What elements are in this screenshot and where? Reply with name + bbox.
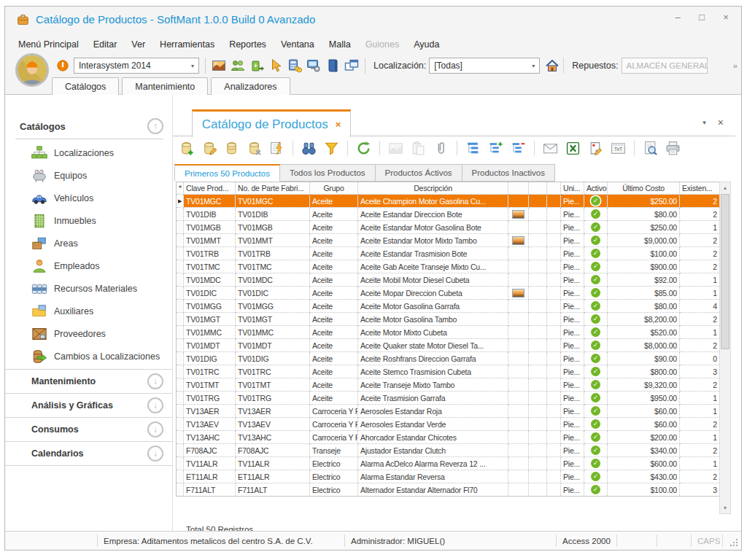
edit-note-icon[interactable] (587, 139, 605, 158)
tab-catalogo-de-productos[interactable]: Catálogo de Productos × (192, 109, 351, 137)
sidebar-item-empleados[interactable]: Empleados (5, 254, 172, 277)
profile-combo[interactable]: Interasystem 2014 ▾ (74, 58, 199, 74)
column-header-ind[interactable]: * (177, 182, 184, 195)
table-row[interactable]: TV01DIGTV01DIGAceiteAceite Roshfrans Dir… (177, 352, 720, 365)
search-binoculars-icon[interactable] (300, 139, 318, 158)
table-row[interactable]: TV01MMTTV01MMTAceiteAceite Estandar Moto… (177, 234, 720, 247)
table-row[interactable]: TV01TMCTV01TMCAceiteAceite Gab Aceite Tr… (177, 260, 720, 273)
sidebar-section-analisis-y-graficas[interactable]: Análisis y Gráficas↓ (5, 394, 172, 418)
column-header-costo[interactable]: Último Costo (608, 182, 680, 195)
table-row[interactable]: TV01DICTV01DICAceiteAceite Mopar Direcci… (177, 287, 720, 300)
print-preview-icon[interactable] (641, 139, 659, 158)
table-row[interactable]: TV01MGTTV01MGTAceiteAceite Motor Gasolin… (177, 313, 720, 326)
users-icon[interactable] (228, 57, 247, 74)
tab-mantenimiento[interactable]: Mantenimiento (122, 77, 208, 95)
repuestos-field[interactable]: ALMACÉN GENERAL (622, 58, 708, 74)
inventory-icon[interactable] (247, 57, 266, 74)
scroll-down-icon[interactable]: ▼ (720, 502, 730, 513)
monitor-settings-icon[interactable] (304, 57, 323, 74)
close-button[interactable]: × (721, 12, 731, 23)
table-row[interactable]: TV01MDTTV01MDTAceiteAceite Quaker state … (177, 339, 720, 352)
tab-list-dropdown-icon[interactable]: ▾ (703, 119, 706, 126)
sidebar-item-equipos[interactable]: Equipos (5, 164, 172, 187)
menu-item-menu-principal[interactable]: Menú Principal (18, 39, 79, 50)
column-header-uni[interactable]: Uni... (561, 182, 584, 195)
calculator-icon[interactable] (285, 57, 304, 74)
table-row[interactable]: TV11ALRTV11ALRElectricoAlarma AcDelco Al… (177, 457, 720, 470)
sidebar-item-proveedores[interactable]: Proveedores (5, 322, 172, 345)
scroll-up-icon[interactable]: ▲ (720, 182, 730, 193)
sidebar-section-calendarios[interactable]: Calendarios↓ (5, 442, 172, 466)
table-row[interactable]: TV01TRBTV01TRBAceiteAceite Estandar Tras… (177, 247, 720, 260)
data-records-icon[interactable] (222, 139, 241, 158)
attachment-icon[interactable] (432, 139, 450, 158)
resize-grip[interactable] (723, 532, 741, 550)
filter-icon[interactable] (322, 139, 341, 158)
sidebar-section-consumos[interactable]: Consumos↓ (5, 418, 172, 442)
menu-item-malla[interactable]: Malla (329, 39, 351, 50)
email-icon[interactable] (541, 139, 560, 158)
table-row[interactable]: ▶TV01MGCTV01MGCAceiteAceite Champion Mot… (177, 195, 720, 208)
tab-close-icon[interactable]: × (336, 119, 341, 130)
subtab-primeros-50-productos[interactable]: Primeros 50 Productos (174, 164, 280, 182)
collapse-up-icon[interactable]: ↑ (147, 118, 163, 134)
column-header-e1[interactable] (529, 182, 547, 195)
sidebar-item-vehiculos[interactable]: Vehículos (5, 187, 172, 209)
refresh-icon[interactable] (355, 139, 373, 158)
sidebar-section-mantenimiento[interactable]: Mantenimiento↓ (5, 370, 172, 394)
table-row[interactable]: TV01DIBTV01DIBAceiteAceite Estandar Dire… (177, 208, 720, 221)
add-record-icon[interactable] (177, 139, 196, 158)
table-row[interactable]: TV01TRCTV01TRCAceiteAceite Stemco Trasmi… (177, 365, 720, 378)
batch-edit-icon[interactable] (268, 139, 286, 158)
table-row[interactable]: TV13AEVTV13AEVCarroceria Y P...Aerosoles… (177, 418, 720, 431)
sidebar-item-auxiliares[interactable]: Auxiliares (5, 300, 172, 322)
document-close-icon[interactable]: × (718, 117, 724, 128)
menu-item-ver[interactable]: Ver (131, 39, 145, 50)
maximize-button[interactable]: □ (697, 12, 707, 23)
tab-analizadores[interactable]: Analizadores (211, 77, 290, 95)
expand-tree-icon[interactable] (487, 139, 505, 158)
minimize-button[interactable]: – (673, 12, 683, 23)
collapse-tree-icon[interactable] (509, 139, 527, 158)
table-row[interactable]: F711ALTF711ALTElectricoAlternador Estand… (177, 483, 720, 497)
excel-icon[interactable] (564, 139, 582, 158)
sidebar-item-areas[interactable]: Areas (5, 232, 172, 254)
sidebar-header[interactable]: Catálogos ↑ (20, 117, 163, 136)
column-header-grupo[interactable]: Grupo (310, 182, 358, 195)
table-row[interactable]: TV01MGGTV01MGGAceiteAceite Motor Gasolin… (177, 300, 720, 313)
home-icon[interactable] (545, 58, 560, 73)
menu-item-ventana[interactable]: Ventana (281, 39, 314, 50)
localizacion-combo[interactable]: [Todas] ▾ (429, 58, 540, 74)
sidebar-item-inmuebles[interactable]: Inmuebles (5, 209, 172, 232)
table-row[interactable]: TV01MGBTV01MGBAceiteAceite Estandar Moto… (177, 221, 720, 234)
subtab-productos-activos[interactable]: Productos Áctivos (376, 164, 462, 182)
column-header-activo[interactable]: Activo (584, 182, 608, 195)
subtab-todos-los-productos[interactable]: Todos los Productos (280, 164, 376, 182)
column-header-img[interactable] (508, 182, 529, 195)
table-row[interactable]: TV13AHCTV13AHCCarroceria Y P...Ahorcador… (177, 431, 720, 444)
edit-record-icon[interactable] (200, 139, 218, 158)
menu-item-editar[interactable]: Editar (93, 39, 117, 50)
delete-record-icon[interactable] (245, 139, 263, 158)
avatar[interactable] (15, 53, 49, 87)
windows-icon[interactable] (342, 57, 361, 74)
column-header-e2[interactable] (547, 182, 561, 195)
table-row[interactable]: TV01TRGTV01TRGAceiteAceite Trasmision Ga… (177, 392, 720, 405)
print-icon[interactable] (664, 139, 682, 158)
table-row[interactable]: TV01MMCTV01MMCAceiteAceite Motor Mixto C… (177, 326, 720, 339)
book-icon[interactable] (323, 57, 342, 74)
column-header-parte[interactable]: No. de Parte Fabri... (236, 182, 310, 195)
table-row[interactable]: TV01MDCTV01MDCAceiteAceite Mobil Motor D… (177, 273, 720, 287)
menu-item-ayuda[interactable]: Ayuda (414, 39, 439, 50)
table-row[interactable]: TV13AERTV13AERCarroceria Y P...Aerosoles… (177, 405, 720, 418)
column-header-exist[interactable]: Existen... (680, 182, 720, 195)
picture-icon[interactable] (209, 57, 228, 74)
toolbar-overflow-icon[interactable]: ›› (733, 61, 737, 70)
table-row[interactable]: ET11ALRET11ALRElectricoAlarma Estandar R… (177, 470, 720, 483)
tab-catalogos[interactable]: Catálogos (52, 77, 119, 95)
scrollbar-thumb[interactable] (721, 194, 729, 349)
tree-icon[interactable] (464, 139, 482, 158)
table-row[interactable]: F708AJCF708AJCTransejeAjustador Estandar… (177, 444, 720, 457)
sidebar-item-localizaciones[interactable]: Localizaciones (5, 141, 172, 164)
alert-power-icon[interactable] (56, 59, 69, 72)
